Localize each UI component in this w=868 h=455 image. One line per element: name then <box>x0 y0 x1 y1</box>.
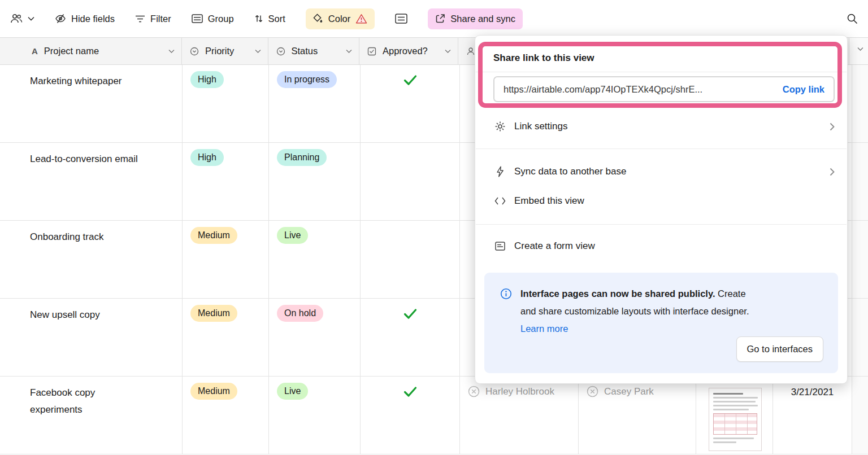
code-icon <box>493 197 507 205</box>
color-button[interactable]: Color <box>306 8 375 29</box>
popover-title: Share link to this view <box>493 53 594 64</box>
attachment-thumbnail[interactable] <box>709 388 762 451</box>
banner-headline-bold: Interface pages can now be shared public… <box>520 288 715 299</box>
cell-project-name[interactable]: Facebook copy experiments <box>0 377 183 454</box>
status-badge[interactable]: Planning <box>277 149 327 166</box>
remove-collaborator-icon[interactable] <box>468 386 480 397</box>
priority-badge[interactable]: Medium <box>190 305 237 322</box>
column-header-project-name[interactable]: A Project name <box>0 38 182 64</box>
eye-off-icon <box>55 14 66 24</box>
chevron-down-icon[interactable] <box>445 49 451 53</box>
filter-button[interactable]: Filter <box>135 14 171 24</box>
share-link-input[interactable]: https://airtable.com/app74IOpTEXk4Qpcj/s… <box>493 76 835 102</box>
column-header-priority[interactable]: Priority <box>182 38 268 64</box>
chevron-down-icon[interactable] <box>255 49 261 53</box>
cell-filler <box>852 143 868 220</box>
remove-collaborator-icon[interactable] <box>587 386 598 397</box>
link-settings-item[interactable]: Link settings <box>493 113 835 139</box>
create-form-label: Create a form view <box>514 240 835 252</box>
collaborator-name: Harley Holbrook <box>485 386 554 397</box>
person-field-icon <box>466 47 475 56</box>
cell-project-name[interactable]: Lead-to-conversion email <box>0 143 183 220</box>
priority-badge[interactable]: High <box>190 149 224 166</box>
status-badge[interactable]: On hold <box>277 305 323 322</box>
cell-approved[interactable] <box>361 377 460 454</box>
cell-priority[interactable]: High <box>183 65 269 142</box>
column-header-approved[interactable]: Approved? <box>359 38 458 64</box>
filter-label: Filter <box>150 14 171 24</box>
group-button[interactable]: Group <box>192 14 234 24</box>
cell-status[interactable]: Live <box>269 377 361 454</box>
sync-data-item[interactable]: Sync data to another base <box>493 159 835 185</box>
collaborators-menu-button[interactable] <box>10 14 34 24</box>
priority-badge[interactable]: High <box>190 71 224 88</box>
sync-data-label: Sync data to another base <box>514 166 830 177</box>
status-badge[interactable]: Live <box>277 383 308 400</box>
column-label: Project name <box>44 46 99 56</box>
cell-status[interactable]: Planning <box>269 143 361 220</box>
lightning-icon <box>493 166 507 177</box>
chevron-right-icon <box>830 123 835 131</box>
copy-link-button[interactable]: Copy link <box>783 84 824 95</box>
chevron-down-icon[interactable] <box>346 49 352 53</box>
project-name-text: Onboarding track <box>30 231 103 242</box>
checkmark-icon <box>403 308 417 376</box>
row-height-icon <box>395 14 407 24</box>
hide-fields-button[interactable]: Hide fields <box>55 14 115 24</box>
chevron-down-icon[interactable] <box>857 47 863 51</box>
cell-filler <box>852 221 868 298</box>
doc-table <box>713 413 757 435</box>
checkmark-icon <box>403 386 417 454</box>
priority-badge[interactable]: Medium <box>190 227 237 244</box>
create-form-item[interactable]: Create a form view <box>493 233 835 259</box>
cell-filler <box>852 377 868 454</box>
cell-project-name[interactable]: Onboarding track <box>0 221 183 298</box>
date-text: 3/21/2021 <box>791 387 834 454</box>
cell-date[interactable]: 3/21/2021 <box>773 377 852 454</box>
cell-priority[interactable]: High <box>183 143 269 220</box>
cell-attachment[interactable] <box>696 377 773 454</box>
cell-project-name[interactable]: Marketing whitepaper <box>0 65 183 142</box>
toolbar: Hide fields Filter Group Sort Color <box>0 0 868 37</box>
column-label: Status <box>292 46 318 56</box>
cell-approved[interactable] <box>361 221 460 298</box>
row-height-button[interactable] <box>395 14 407 24</box>
search-button[interactable] <box>847 13 858 24</box>
cell-collaborator[interactable]: Casey Park <box>579 377 696 454</box>
share-and-sync-button[interactable]: Share and sync <box>428 8 523 29</box>
embed-view-label: Embed this view <box>514 195 835 207</box>
column-header-status[interactable]: Status <box>268 38 359 64</box>
status-badge[interactable]: In progress <box>277 71 337 88</box>
cell-priority[interactable]: Medium <box>183 299 269 376</box>
cell-priority[interactable]: Medium <box>183 221 269 298</box>
cell-approved[interactable] <box>361 143 460 220</box>
cell-priority[interactable]: Medium <box>183 377 269 454</box>
column-header-overflow[interactable] <box>849 38 868 64</box>
group-icon <box>192 14 203 23</box>
go-to-interfaces-button[interactable]: Go to interfaces <box>736 336 823 362</box>
cell-status[interactable]: On hold <box>269 299 361 376</box>
cell-approved[interactable] <box>361 299 460 376</box>
paint-icon <box>313 14 323 24</box>
hide-fields-label: Hide fields <box>71 14 115 24</box>
embed-view-item[interactable]: Embed this view <box>493 188 835 214</box>
learn-more-link[interactable]: Learn more <box>520 320 749 338</box>
sort-button[interactable]: Sort <box>254 14 285 24</box>
status-badge[interactable]: Live <box>277 227 308 244</box>
cell-status[interactable]: Live <box>269 221 361 298</box>
chevron-down-icon[interactable] <box>168 49 175 53</box>
cell-approved[interactable] <box>361 65 460 142</box>
cell-project-name[interactable]: New upsell copy <box>0 299 183 376</box>
collaborator-chip[interactable]: Casey Park <box>587 386 688 397</box>
doc-line <box>713 401 756 403</box>
priority-badge[interactable]: Medium <box>190 383 237 400</box>
cell-collaborator[interactable]: Harley Holbrook <box>460 377 579 454</box>
project-name-text: New upsell copy <box>30 309 100 320</box>
link-settings-label: Link settings <box>514 121 830 132</box>
color-label: Color <box>328 14 350 24</box>
checkbox-field-icon <box>367 47 376 56</box>
table-row[interactable]: Facebook copy experiments Medium Live Ha… <box>0 377 868 454</box>
column-label: Priority <box>205 46 234 56</box>
cell-status[interactable]: In progress <box>269 65 361 142</box>
collaborator-chip[interactable]: Harley Holbrook <box>468 386 570 397</box>
